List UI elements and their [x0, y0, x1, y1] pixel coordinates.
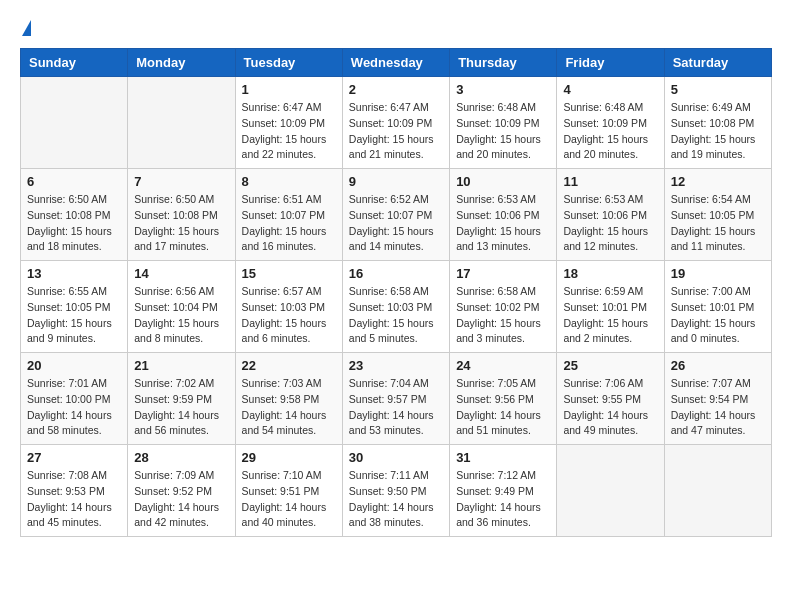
day-detail: Sunrise: 6:52 AM Sunset: 10:07 PM Daylig…	[349, 192, 443, 255]
calendar-cell: 31Sunrise: 7:12 AM Sunset: 9:49 PM Dayli…	[450, 445, 557, 537]
calendar-cell: 14Sunrise: 6:56 AM Sunset: 10:04 PM Dayl…	[128, 261, 235, 353]
day-number: 17	[456, 266, 550, 281]
calendar-header-row: SundayMondayTuesdayWednesdayThursdayFrid…	[21, 49, 772, 77]
day-number: 6	[27, 174, 121, 189]
calendar-week-5: 27Sunrise: 7:08 AM Sunset: 9:53 PM Dayli…	[21, 445, 772, 537]
calendar-cell: 28Sunrise: 7:09 AM Sunset: 9:52 PM Dayli…	[128, 445, 235, 537]
calendar-cell: 18Sunrise: 6:59 AM Sunset: 10:01 PM Dayl…	[557, 261, 664, 353]
day-detail: Sunrise: 7:09 AM Sunset: 9:52 PM Dayligh…	[134, 468, 228, 531]
calendar-cell	[557, 445, 664, 537]
day-detail: Sunrise: 7:10 AM Sunset: 9:51 PM Dayligh…	[242, 468, 336, 531]
day-number: 11	[563, 174, 657, 189]
calendar-cell	[128, 77, 235, 169]
day-number: 31	[456, 450, 550, 465]
day-detail: Sunrise: 7:11 AM Sunset: 9:50 PM Dayligh…	[349, 468, 443, 531]
day-detail: Sunrise: 6:49 AM Sunset: 10:08 PM Daylig…	[671, 100, 765, 163]
calendar-cell: 3Sunrise: 6:48 AM Sunset: 10:09 PM Dayli…	[450, 77, 557, 169]
day-number: 12	[671, 174, 765, 189]
day-detail: Sunrise: 6:47 AM Sunset: 10:09 PM Daylig…	[349, 100, 443, 163]
day-number: 24	[456, 358, 550, 373]
calendar-cell: 17Sunrise: 6:58 AM Sunset: 10:02 PM Dayl…	[450, 261, 557, 353]
calendar-cell: 20Sunrise: 7:01 AM Sunset: 10:00 PM Dayl…	[21, 353, 128, 445]
calendar-week-2: 6Sunrise: 6:50 AM Sunset: 10:08 PM Dayli…	[21, 169, 772, 261]
calendar-cell: 1Sunrise: 6:47 AM Sunset: 10:09 PM Dayli…	[235, 77, 342, 169]
logo-triangle-icon	[22, 20, 31, 36]
day-number: 28	[134, 450, 228, 465]
day-number: 30	[349, 450, 443, 465]
day-number: 26	[671, 358, 765, 373]
calendar-cell: 5Sunrise: 6:49 AM Sunset: 10:08 PM Dayli…	[664, 77, 771, 169]
day-detail: Sunrise: 7:04 AM Sunset: 9:57 PM Dayligh…	[349, 376, 443, 439]
calendar-cell	[664, 445, 771, 537]
day-number: 18	[563, 266, 657, 281]
day-detail: Sunrise: 7:07 AM Sunset: 9:54 PM Dayligh…	[671, 376, 765, 439]
calendar-cell: 22Sunrise: 7:03 AM Sunset: 9:58 PM Dayli…	[235, 353, 342, 445]
day-detail: Sunrise: 6:56 AM Sunset: 10:04 PM Daylig…	[134, 284, 228, 347]
day-detail: Sunrise: 7:12 AM Sunset: 9:49 PM Dayligh…	[456, 468, 550, 531]
calendar-cell: 6Sunrise: 6:50 AM Sunset: 10:08 PM Dayli…	[21, 169, 128, 261]
day-detail: Sunrise: 6:58 AM Sunset: 10:03 PM Daylig…	[349, 284, 443, 347]
day-number: 20	[27, 358, 121, 373]
day-detail: Sunrise: 6:53 AM Sunset: 10:06 PM Daylig…	[563, 192, 657, 255]
day-detail: Sunrise: 7:00 AM Sunset: 10:01 PM Daylig…	[671, 284, 765, 347]
calendar-cell: 29Sunrise: 7:10 AM Sunset: 9:51 PM Dayli…	[235, 445, 342, 537]
logo	[20, 20, 31, 38]
calendar-cell: 13Sunrise: 6:55 AM Sunset: 10:05 PM Dayl…	[21, 261, 128, 353]
day-header-tuesday: Tuesday	[235, 49, 342, 77]
day-number: 16	[349, 266, 443, 281]
day-number: 8	[242, 174, 336, 189]
calendar-cell: 10Sunrise: 6:53 AM Sunset: 10:06 PM Dayl…	[450, 169, 557, 261]
day-number: 2	[349, 82, 443, 97]
day-detail: Sunrise: 7:06 AM Sunset: 9:55 PM Dayligh…	[563, 376, 657, 439]
day-detail: Sunrise: 7:02 AM Sunset: 9:59 PM Dayligh…	[134, 376, 228, 439]
calendar-cell: 19Sunrise: 7:00 AM Sunset: 10:01 PM Dayl…	[664, 261, 771, 353]
day-detail: Sunrise: 7:01 AM Sunset: 10:00 PM Daylig…	[27, 376, 121, 439]
day-detail: Sunrise: 7:08 AM Sunset: 9:53 PM Dayligh…	[27, 468, 121, 531]
day-number: 25	[563, 358, 657, 373]
calendar-cell	[21, 77, 128, 169]
day-detail: Sunrise: 6:58 AM Sunset: 10:02 PM Daylig…	[456, 284, 550, 347]
day-detail: Sunrise: 6:47 AM Sunset: 10:09 PM Daylig…	[242, 100, 336, 163]
day-number: 29	[242, 450, 336, 465]
day-detail: Sunrise: 6:48 AM Sunset: 10:09 PM Daylig…	[563, 100, 657, 163]
page-header	[20, 20, 772, 38]
day-number: 3	[456, 82, 550, 97]
day-number: 27	[27, 450, 121, 465]
day-detail: Sunrise: 6:48 AM Sunset: 10:09 PM Daylig…	[456, 100, 550, 163]
day-detail: Sunrise: 7:03 AM Sunset: 9:58 PM Dayligh…	[242, 376, 336, 439]
day-detail: Sunrise: 6:59 AM Sunset: 10:01 PM Daylig…	[563, 284, 657, 347]
day-header-wednesday: Wednesday	[342, 49, 449, 77]
calendar-cell: 4Sunrise: 6:48 AM Sunset: 10:09 PM Dayli…	[557, 77, 664, 169]
day-number: 15	[242, 266, 336, 281]
day-detail: Sunrise: 6:55 AM Sunset: 10:05 PM Daylig…	[27, 284, 121, 347]
calendar-cell: 30Sunrise: 7:11 AM Sunset: 9:50 PM Dayli…	[342, 445, 449, 537]
calendar-week-4: 20Sunrise: 7:01 AM Sunset: 10:00 PM Dayl…	[21, 353, 772, 445]
calendar-cell: 27Sunrise: 7:08 AM Sunset: 9:53 PM Dayli…	[21, 445, 128, 537]
day-detail: Sunrise: 6:57 AM Sunset: 10:03 PM Daylig…	[242, 284, 336, 347]
calendar-cell: 26Sunrise: 7:07 AM Sunset: 9:54 PM Dayli…	[664, 353, 771, 445]
calendar-week-1: 1Sunrise: 6:47 AM Sunset: 10:09 PM Dayli…	[21, 77, 772, 169]
day-header-saturday: Saturday	[664, 49, 771, 77]
calendar-cell: 16Sunrise: 6:58 AM Sunset: 10:03 PM Dayl…	[342, 261, 449, 353]
day-number: 1	[242, 82, 336, 97]
day-number: 7	[134, 174, 228, 189]
day-header-monday: Monday	[128, 49, 235, 77]
day-detail: Sunrise: 6:50 AM Sunset: 10:08 PM Daylig…	[134, 192, 228, 255]
day-detail: Sunrise: 6:54 AM Sunset: 10:05 PM Daylig…	[671, 192, 765, 255]
day-detail: Sunrise: 6:51 AM Sunset: 10:07 PM Daylig…	[242, 192, 336, 255]
day-number: 14	[134, 266, 228, 281]
day-number: 21	[134, 358, 228, 373]
day-number: 9	[349, 174, 443, 189]
day-number: 22	[242, 358, 336, 373]
calendar-week-3: 13Sunrise: 6:55 AM Sunset: 10:05 PM Dayl…	[21, 261, 772, 353]
calendar-cell: 25Sunrise: 7:06 AM Sunset: 9:55 PM Dayli…	[557, 353, 664, 445]
day-detail: Sunrise: 6:53 AM Sunset: 10:06 PM Daylig…	[456, 192, 550, 255]
calendar-cell: 12Sunrise: 6:54 AM Sunset: 10:05 PM Dayl…	[664, 169, 771, 261]
day-detail: Sunrise: 6:50 AM Sunset: 10:08 PM Daylig…	[27, 192, 121, 255]
day-header-thursday: Thursday	[450, 49, 557, 77]
calendar-cell: 7Sunrise: 6:50 AM Sunset: 10:08 PM Dayli…	[128, 169, 235, 261]
calendar-cell: 8Sunrise: 6:51 AM Sunset: 10:07 PM Dayli…	[235, 169, 342, 261]
day-number: 10	[456, 174, 550, 189]
calendar-cell: 2Sunrise: 6:47 AM Sunset: 10:09 PM Dayli…	[342, 77, 449, 169]
day-number: 5	[671, 82, 765, 97]
